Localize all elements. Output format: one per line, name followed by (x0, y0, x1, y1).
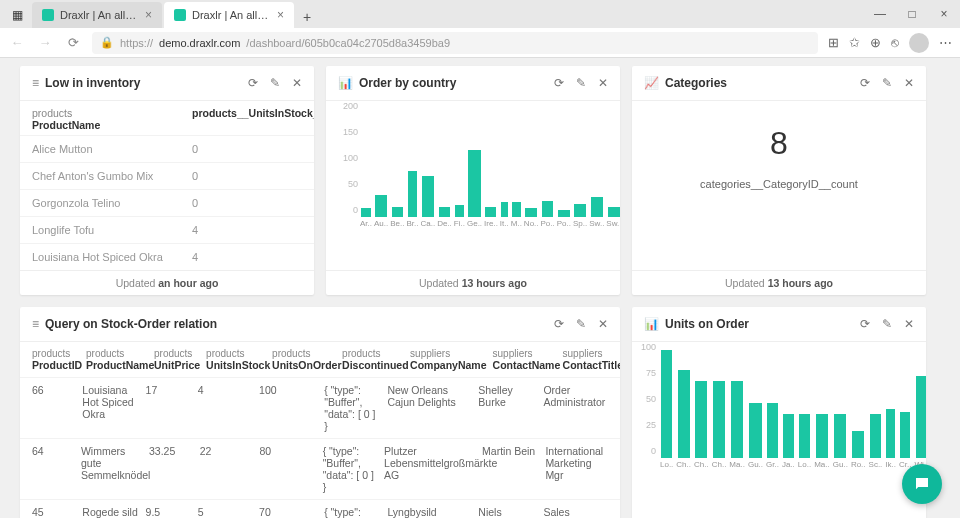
table-cell: { "type": "Buffer", "data": [ 0 ] } (324, 506, 381, 518)
bar-column: No.. (524, 107, 539, 231)
table-row[interactable]: 66Louisiana Hot Spiced Okra174100{ "type… (20, 378, 620, 439)
collections-icon[interactable]: ⊕ (870, 35, 881, 50)
bar-column: Br.. (406, 107, 418, 231)
bar-label: Sw.. (606, 219, 620, 231)
refresh-button[interactable]: ⟳ (64, 35, 82, 50)
edit-icon[interactable]: ✎ (882, 317, 892, 331)
bar-column: Gu.. (833, 348, 848, 472)
column-header[interactable]: suppliersCompanyName (410, 348, 486, 371)
refresh-icon[interactable]: ⟳ (554, 317, 564, 331)
card-order-by-country: 📊 Order by country ⟳ ✎ ✕ 200150100500 Ar… (326, 66, 620, 295)
table-rows: Alice Mutton0Chef Anton's Gumbo Mix0Gorg… (20, 135, 314, 270)
minimize-icon[interactable]: — (868, 4, 892, 24)
dashboard-scroll[interactable]: ≡ Low in inventory ⟳ ✎ ✕ productsProduct… (0, 58, 960, 518)
bar-label: Ma.. (814, 460, 830, 472)
column-header[interactable]: productsUnitsInStock (206, 348, 266, 371)
bar-label: Ch.. (694, 460, 709, 472)
remove-icon[interactable]: ✕ (598, 317, 608, 331)
card-title: Low in inventory (45, 76, 248, 90)
table-row[interactable]: Longlife Tofu4 (20, 216, 314, 243)
close-window-icon[interactable]: × (932, 4, 956, 24)
edit-icon[interactable]: ✎ (576, 317, 586, 331)
refresh-icon[interactable]: ⟳ (248, 76, 258, 90)
maximize-icon[interactable]: □ (900, 4, 924, 24)
forward-button[interactable]: → (36, 35, 54, 50)
card-stock-order: ≡ Query on Stock-Order relation ⟳ ✎ ✕ pr… (20, 307, 620, 518)
remove-icon[interactable]: ✕ (904, 76, 914, 90)
table-cell: Sales Manager (543, 506, 608, 518)
column-header[interactable]: productsUnitsOnOrder (272, 348, 336, 371)
app-menu-icon[interactable]: ▦ (10, 8, 24, 22)
table-cell: Lyngbysild (387, 506, 472, 518)
address-bar[interactable]: 🔒 https://demo.draxlr.com/dashboard/605b… (92, 32, 818, 54)
chart-bar (834, 414, 846, 458)
profile-avatar[interactable] (909, 33, 929, 53)
reader-icon[interactable]: ⊞ (828, 35, 839, 50)
more-icon[interactable]: ⋯ (939, 35, 952, 50)
table-cell: International Marketing Mgr (545, 445, 608, 493)
tab-title: Draxlr | An all in one platform to (192, 9, 271, 21)
table-cell: Order Administrator (543, 384, 608, 432)
card-title: Categories (665, 76, 860, 90)
bar-label: Ire.. (484, 219, 498, 231)
refresh-icon[interactable]: ⟳ (554, 76, 564, 90)
bar-column: Po.. (557, 107, 571, 231)
chart-icon: 📊 (644, 317, 659, 331)
refresh-icon[interactable]: ⟳ (860, 76, 870, 90)
bar-column: Ca.. (421, 107, 436, 231)
remove-icon[interactable]: ✕ (292, 76, 302, 90)
remove-icon[interactable]: ✕ (904, 317, 914, 331)
table-row[interactable]: Alice Mutton0 (20, 135, 314, 162)
table-row[interactable]: Gorgonzola Telino0 (20, 189, 314, 216)
column-header[interactable]: productsDiscontinued (342, 348, 404, 371)
column-header[interactable]: suppliersContactTitle (563, 348, 620, 371)
bar-label: It.. (500, 219, 509, 231)
list-icon: ≡ (32, 317, 39, 331)
bar-chart: 200150100500 Ar..Au..Be..Br..Ca..De..Fi.… (326, 101, 620, 231)
column-header[interactable]: suppliersContactName (493, 348, 557, 371)
favorites-icon[interactable]: ✩ (849, 35, 860, 50)
table-cell: 80 (259, 445, 316, 493)
close-icon[interactable]: × (145, 8, 152, 22)
bar-label: Fi.. (454, 219, 465, 231)
column-header: ProductName (32, 119, 100, 131)
chart-bar (591, 197, 603, 217)
bar-label: Ma.. (729, 460, 745, 472)
table-cell: { "type": "Buffer", "data": [ 0 ] } (323, 445, 378, 493)
card-low-inventory: ≡ Low in inventory ⟳ ✎ ✕ productsProduct… (20, 66, 314, 295)
column-header[interactable]: productsProductName (86, 348, 148, 371)
table-cell: 70 (259, 506, 318, 518)
browser-tab[interactable]: Draxlr | An all in one platform to × (164, 2, 294, 28)
chart-bar (525, 208, 537, 217)
table-row[interactable]: 45Rogede sild9.5570{ "type": "Buffer", "… (20, 500, 620, 518)
column-group: products (32, 107, 192, 119)
close-icon[interactable]: × (277, 8, 284, 22)
product-name: Longlife Tofu (32, 224, 192, 236)
edit-icon[interactable]: ✎ (882, 76, 892, 90)
table-row[interactable]: Louisiana Hot Spiced Okra4 (20, 243, 314, 270)
chart-bar (767, 403, 777, 458)
browser-tab[interactable]: Draxlr | An all in one platform to × (32, 2, 162, 28)
remove-icon[interactable]: ✕ (598, 76, 608, 90)
column-header[interactable]: productsProductID (32, 348, 80, 371)
new-tab-button[interactable]: + (296, 6, 318, 28)
bar-label: Gr.. (766, 460, 779, 472)
bar-label: Gu.. (748, 460, 763, 472)
edit-icon[interactable]: ✎ (270, 76, 280, 90)
table-row[interactable]: Chef Anton's Gumbo Mix0 (20, 162, 314, 189)
chat-fab[interactable] (902, 464, 942, 504)
table-cell: 100 (259, 384, 318, 432)
refresh-icon[interactable]: ⟳ (860, 317, 870, 331)
table-cell: 33.25 (149, 445, 194, 493)
chart-bar (455, 205, 464, 217)
column-header[interactable]: productsUnitPrice (154, 348, 200, 371)
edit-icon[interactable]: ✎ (576, 76, 586, 90)
table-row[interactable]: 64Wimmers gute Semmelknödel33.252280{ "t… (20, 439, 620, 500)
back-button[interactable]: ← (8, 35, 26, 50)
extensions-icon[interactable]: ⎋ (891, 35, 899, 50)
table-cell: New Orleans Cajun Delights (387, 384, 472, 432)
chart-icon: 📊 (338, 76, 353, 90)
bar-label: Sp.. (573, 219, 587, 231)
bar-label: Po.. (557, 219, 571, 231)
bar-label: Ch.. (676, 460, 691, 472)
